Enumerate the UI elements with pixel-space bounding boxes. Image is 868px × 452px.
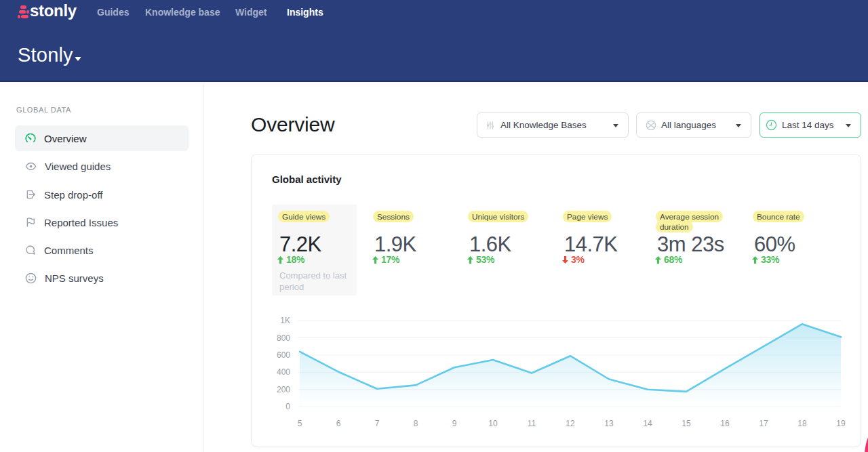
svg-text:15: 15 bbox=[682, 419, 691, 428]
svg-text:200: 200 bbox=[277, 385, 290, 394]
svg-text:9: 9 bbox=[452, 419, 457, 428]
svg-text:14: 14 bbox=[643, 419, 652, 428]
svg-text:12: 12 bbox=[566, 419, 575, 428]
svg-text:600: 600 bbox=[277, 350, 290, 360]
svg-text:400: 400 bbox=[277, 367, 290, 377]
svg-text:5: 5 bbox=[298, 419, 302, 428]
svg-text:18: 18 bbox=[797, 419, 807, 428]
svg-text:7: 7 bbox=[375, 419, 380, 428]
svg-text:16: 16 bbox=[720, 419, 730, 428]
svg-text:6: 6 bbox=[336, 419, 341, 428]
svg-text:800: 800 bbox=[277, 333, 290, 343]
svg-text:17: 17 bbox=[759, 419, 768, 428]
svg-text:13: 13 bbox=[604, 419, 614, 428]
svg-text:1K: 1K bbox=[280, 316, 290, 325]
svg-text:11: 11 bbox=[528, 419, 536, 428]
svg-text:10: 10 bbox=[488, 419, 498, 428]
svg-text:19: 19 bbox=[836, 419, 846, 428]
svg-text:8: 8 bbox=[414, 419, 418, 428]
svg-text:0: 0 bbox=[285, 402, 290, 411]
